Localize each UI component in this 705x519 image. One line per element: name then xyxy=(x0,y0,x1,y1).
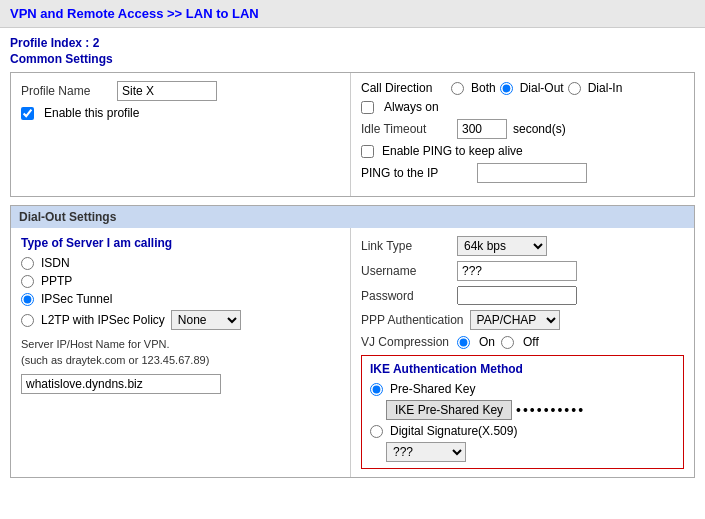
server-type-l2tp-label: L2TP with IPSec Policy xyxy=(41,313,165,327)
profile-name-input[interactable] xyxy=(117,81,217,101)
vj-off-label: Off xyxy=(523,335,539,349)
seconds-label: second(s) xyxy=(513,122,566,136)
idle-timeout-row: Idle Timeout second(s) xyxy=(361,119,684,139)
call-dir-both-label: Both xyxy=(471,81,496,95)
username-input[interactable] xyxy=(457,261,577,281)
call-dir-dialin-label: Dial-In xyxy=(588,81,623,95)
vpn-server-input[interactable] xyxy=(21,374,221,394)
ike-dots-value: •••••••••• xyxy=(516,402,585,418)
call-direction-row: Call Direction Both Dial-Out Dial-In xyxy=(361,81,684,95)
server-type-l2tp-radio[interactable] xyxy=(21,314,34,327)
link-type-label: Link Type xyxy=(361,239,451,253)
enable-ping-checkbox[interactable] xyxy=(361,145,374,158)
ppp-auth-label: PPP Authentication xyxy=(361,313,464,327)
ike-auth-title: IKE Authentication Method xyxy=(370,362,675,376)
vpn-server-section: Server IP/Host Name for VPN. (such as dr… xyxy=(21,338,340,394)
password-row: Password xyxy=(361,286,684,305)
password-label: Password xyxy=(361,289,451,303)
ping-to-ip-row: PING to the IP xyxy=(361,163,684,183)
server-option-l2tp: L2TP with IPSec Policy None xyxy=(21,310,340,330)
profile-name-label: Profile Name xyxy=(21,84,111,98)
server-type-isdn-radio[interactable] xyxy=(21,257,34,270)
call-dir-dialout-label: Dial-Out xyxy=(520,81,564,95)
idle-timeout-label: Idle Timeout xyxy=(361,122,451,136)
enable-ping-label: Enable PING to keep alive xyxy=(382,144,523,158)
server-type-title: Type of Server I am calling xyxy=(21,236,340,250)
vj-off-radio[interactable] xyxy=(501,336,514,349)
server-type-ipsec-radio[interactable] xyxy=(21,293,34,306)
vj-on-label: On xyxy=(479,335,495,349)
dial-out-body: Type of Server I am calling ISDN PPTP IP… xyxy=(11,228,694,477)
common-settings-left: Profile Name Enable this profile xyxy=(11,73,351,196)
pre-shared-key-option: Pre-Shared Key xyxy=(370,382,675,396)
always-on-row: Always on xyxy=(361,100,684,114)
digital-sig-value-row: ??? xyxy=(386,442,675,462)
server-option-isdn: ISDN xyxy=(21,256,340,270)
vj-on-radio[interactable] xyxy=(457,336,470,349)
enable-profile-checkbox[interactable] xyxy=(21,107,34,120)
common-settings-box: Profile Name Enable this profile Call Di… xyxy=(10,72,695,197)
idle-timeout-input[interactable] xyxy=(457,119,507,139)
vpn-server-text1: Server IP/Host Name for VPN. xyxy=(21,338,340,350)
enable-profile-row: Enable this profile xyxy=(21,106,340,120)
server-options: ISDN PPTP IPSec Tunnel L2TP with IPSec P… xyxy=(21,256,340,330)
ppp-auth-row: PPP Authentication PAP/CHAP xyxy=(361,310,684,330)
l2tp-policy-select[interactable]: None xyxy=(171,310,241,330)
password-input[interactable] xyxy=(457,286,577,305)
ping-to-ip-input[interactable] xyxy=(477,163,587,183)
profile-index: Profile Index : 2 xyxy=(10,36,695,50)
server-option-pptp: PPTP xyxy=(21,274,340,288)
digital-signature-option: Digital Signature(X.509) xyxy=(370,424,675,438)
pre-shared-key-label: Pre-Shared Key xyxy=(390,382,475,396)
digital-signature-radio[interactable] xyxy=(370,425,383,438)
ping-to-ip-label: PING to the IP xyxy=(361,166,471,180)
server-type-isdn-label: ISDN xyxy=(41,256,70,270)
call-dir-dialin[interactable] xyxy=(568,82,581,95)
call-dir-both[interactable] xyxy=(451,82,464,95)
link-type-row: Link Type 64k bps xyxy=(361,236,684,256)
ike-section: IKE Authentication Method Pre-Shared Key… xyxy=(361,355,684,469)
pre-shared-key-radio[interactable] xyxy=(370,383,383,396)
username-label: Username xyxy=(361,264,451,278)
server-type-col: Type of Server I am calling ISDN PPTP IP… xyxy=(11,228,351,477)
common-settings-right: Call Direction Both Dial-Out Dial-In Alw… xyxy=(351,73,694,196)
always-on-label: Always on xyxy=(384,100,439,114)
digital-signature-label: Digital Signature(X.509) xyxy=(390,424,517,438)
page-title: VPN and Remote Access >> LAN to LAN xyxy=(0,0,705,28)
vpn-server-text2: (such as draytek.com or 123.45.67.89) xyxy=(21,354,340,366)
server-type-pptp-label: PPTP xyxy=(41,274,72,288)
common-settings-label: Common Settings xyxy=(10,52,695,66)
profile-name-row: Profile Name xyxy=(21,81,340,101)
vj-compression-label: VJ Compression xyxy=(361,335,451,349)
link-type-select[interactable]: 64k bps xyxy=(457,236,547,256)
server-type-pptp-radio[interactable] xyxy=(21,275,34,288)
digital-sig-select[interactable]: ??? xyxy=(386,442,466,462)
enable-ping-row: Enable PING to keep alive xyxy=(361,144,684,158)
server-type-ipsec-label: IPSec Tunnel xyxy=(41,292,112,306)
ppp-auth-select[interactable]: PAP/CHAP xyxy=(470,310,560,330)
ike-preshared-key-button[interactable]: IKE Pre-Shared Key xyxy=(386,400,512,420)
call-direction-label: Call Direction xyxy=(361,81,451,95)
link-settings-col: Link Type 64k bps Username Password PPP … xyxy=(351,228,694,477)
vj-radio-group: On Off xyxy=(457,335,539,349)
vj-compression-row: VJ Compression On Off xyxy=(361,335,684,349)
preshared-key-row: IKE Pre-Shared Key •••••••••• xyxy=(386,400,675,420)
username-row: Username xyxy=(361,261,684,281)
always-on-checkbox[interactable] xyxy=(361,101,374,114)
dial-out-title: Dial-Out Settings xyxy=(11,206,694,228)
call-dir-dialout[interactable] xyxy=(500,82,513,95)
enable-profile-label: Enable this profile xyxy=(44,106,139,120)
server-option-ipsec: IPSec Tunnel xyxy=(21,292,340,306)
dial-out-section: Dial-Out Settings Type of Server I am ca… xyxy=(10,205,695,478)
call-direction-radios: Both Dial-Out Dial-In xyxy=(451,81,622,95)
